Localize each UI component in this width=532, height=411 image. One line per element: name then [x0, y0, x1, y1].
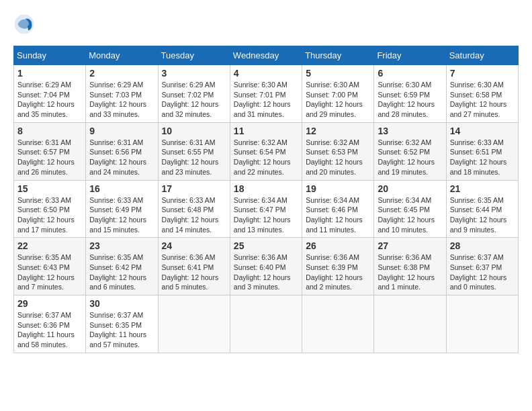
day-info: Sunrise: 6:31 AMSunset: 6:57 PMDaylight:…	[17, 138, 82, 177]
calendar-cell: 12 Sunrise: 6:32 AMSunset: 6:53 PMDaylig…	[302, 122, 374, 180]
day-number: 22	[17, 240, 82, 251]
calendar-cell: 3 Sunrise: 6:29 AMSunset: 7:02 PMDayligh…	[158, 65, 230, 123]
day-number: 29	[17, 298, 82, 309]
day-info: Sunrise: 6:30 AMSunset: 6:59 PMDaylight:…	[378, 80, 442, 120]
day-number: 6	[378, 68, 442, 79]
day-number: 4	[234, 68, 298, 79]
day-number: 15	[17, 183, 82, 194]
calendar-cell: 6 Sunrise: 6:30 AMSunset: 6:59 PMDayligh…	[374, 65, 446, 123]
day-number: 9	[89, 126, 154, 136]
calendar-cell: 16 Sunrise: 6:33 AMSunset: 6:49 PMDaylig…	[86, 180, 158, 238]
day-number: 2	[89, 68, 154, 79]
calendar-cell: 17 Sunrise: 6:33 AMSunset: 6:48 PMDaylig…	[158, 180, 230, 238]
weekday-header-wednesday: Wednesday	[230, 46, 302, 65]
page-header	[13, 13, 519, 35]
weekday-row: SundayMondayTuesdayWednesdayThursdayFrid…	[14, 46, 519, 65]
day-info: Sunrise: 6:35 AMSunset: 6:44 PMDaylight:…	[450, 195, 515, 235]
day-info: Sunrise: 6:33 AMSunset: 6:50 PMDaylight:…	[17, 195, 82, 235]
day-number: 27	[378, 240, 442, 251]
calendar-cell: 27 Sunrise: 6:36 AMSunset: 6:38 PMDaylig…	[374, 238, 446, 295]
weekday-header-monday: Monday	[86, 46, 158, 65]
day-number: 14	[450, 126, 515, 136]
day-info: Sunrise: 6:32 AMSunset: 6:54 PMDaylight:…	[234, 138, 298, 177]
day-info: Sunrise: 6:36 AMSunset: 6:38 PMDaylight:…	[378, 253, 442, 292]
calendar-week-5: 29 Sunrise: 6:37 AMSunset: 6:36 PMDaylig…	[14, 295, 519, 353]
day-info: Sunrise: 6:35 AMSunset: 6:42 PMDaylight:…	[89, 253, 154, 292]
day-info: Sunrise: 6:37 AMSunset: 6:36 PMDaylight:…	[17, 310, 82, 350]
calendar-cell: 29 Sunrise: 6:37 AMSunset: 6:36 PMDaylig…	[14, 295, 86, 353]
calendar-cell: 14 Sunrise: 6:33 AMSunset: 6:51 PMDaylig…	[446, 122, 518, 180]
day-info: Sunrise: 6:36 AMSunset: 6:41 PMDaylight:…	[162, 253, 226, 292]
day-number: 13	[378, 126, 442, 136]
calendar-cell: 30 Sunrise: 6:37 AMSunset: 6:35 PMDaylig…	[86, 295, 158, 353]
day-info: Sunrise: 6:32 AMSunset: 6:53 PMDaylight:…	[306, 138, 370, 177]
calendar-cell: 8 Sunrise: 6:31 AMSunset: 6:57 PMDayligh…	[14, 122, 86, 180]
calendar-week-3: 15 Sunrise: 6:33 AMSunset: 6:50 PMDaylig…	[14, 180, 519, 238]
weekday-header-friday: Friday	[374, 46, 446, 65]
weekday-header-thursday: Thursday	[302, 46, 374, 65]
calendar-cell: 13 Sunrise: 6:32 AMSunset: 6:52 PMDaylig…	[374, 122, 446, 180]
day-number: 11	[234, 126, 298, 136]
day-info: Sunrise: 6:35 AMSunset: 6:43 PMDaylight:…	[17, 253, 82, 292]
calendar-cell: 10 Sunrise: 6:31 AMSunset: 6:55 PMDaylig…	[158, 122, 230, 180]
day-info: Sunrise: 6:29 AMSunset: 7:04 PMDaylight:…	[17, 80, 82, 120]
day-number: 23	[89, 240, 154, 251]
day-number: 1	[17, 68, 82, 79]
calendar-cell	[230, 295, 302, 353]
day-info: Sunrise: 6:34 AMSunset: 6:46 PMDaylight:…	[306, 195, 370, 235]
weekday-header-saturday: Saturday	[446, 46, 518, 65]
calendar-body: 1 Sunrise: 6:29 AMSunset: 7:04 PMDayligh…	[14, 65, 519, 353]
day-info: Sunrise: 6:34 AMSunset: 6:47 PMDaylight:…	[234, 195, 298, 235]
calendar-cell: 23 Sunrise: 6:35 AMSunset: 6:42 PMDaylig…	[86, 238, 158, 295]
day-number: 7	[450, 68, 515, 79]
calendar-cell: 19 Sunrise: 6:34 AMSunset: 6:46 PMDaylig…	[302, 180, 374, 238]
day-info: Sunrise: 6:36 AMSunset: 6:39 PMDaylight:…	[306, 253, 370, 292]
day-number: 21	[450, 183, 515, 194]
day-number: 20	[378, 183, 442, 194]
calendar-cell: 28 Sunrise: 6:37 AMSunset: 6:37 PMDaylig…	[446, 238, 518, 295]
day-number: 28	[450, 240, 515, 251]
day-number: 24	[162, 240, 226, 251]
day-info: Sunrise: 6:30 AMSunset: 7:01 PMDaylight:…	[234, 80, 298, 120]
calendar-cell	[446, 295, 518, 353]
day-info: Sunrise: 6:37 AMSunset: 6:37 PMDaylight:…	[450, 253, 515, 292]
day-info: Sunrise: 6:34 AMSunset: 6:45 PMDaylight:…	[378, 195, 442, 235]
day-number: 17	[162, 183, 226, 194]
day-number: 3	[162, 68, 226, 79]
logo	[13, 13, 38, 35]
calendar-cell: 11 Sunrise: 6:32 AMSunset: 6:54 PMDaylig…	[230, 122, 302, 180]
logo-icon	[13, 13, 35, 35]
calendar-cell: 26 Sunrise: 6:36 AMSunset: 6:39 PMDaylig…	[302, 238, 374, 295]
calendar-cell: 20 Sunrise: 6:34 AMSunset: 6:45 PMDaylig…	[374, 180, 446, 238]
calendar-cell: 21 Sunrise: 6:35 AMSunset: 6:44 PMDaylig…	[446, 180, 518, 238]
day-number: 16	[89, 183, 154, 194]
day-number: 30	[89, 298, 154, 309]
day-info: Sunrise: 6:32 AMSunset: 6:52 PMDaylight:…	[378, 138, 442, 177]
day-info: Sunrise: 6:31 AMSunset: 6:56 PMDaylight:…	[89, 138, 154, 177]
day-info: Sunrise: 6:30 AMSunset: 7:00 PMDaylight:…	[306, 80, 370, 120]
day-info: Sunrise: 6:36 AMSunset: 6:40 PMDaylight:…	[234, 253, 298, 292]
weekday-header-sunday: Sunday	[14, 46, 86, 65]
day-info: Sunrise: 6:33 AMSunset: 6:51 PMDaylight:…	[450, 138, 515, 177]
day-number: 12	[306, 126, 370, 136]
calendar-cell: 15 Sunrise: 6:33 AMSunset: 6:50 PMDaylig…	[14, 180, 86, 238]
day-number: 5	[306, 68, 370, 79]
calendar-cell	[374, 295, 446, 353]
calendar-cell: 18 Sunrise: 6:34 AMSunset: 6:47 PMDaylig…	[230, 180, 302, 238]
calendar-week-4: 22 Sunrise: 6:35 AMSunset: 6:43 PMDaylig…	[14, 238, 519, 295]
calendar-cell: 7 Sunrise: 6:30 AMSunset: 6:58 PMDayligh…	[446, 65, 518, 123]
day-number: 18	[234, 183, 298, 194]
day-number: 25	[234, 240, 298, 251]
calendar-cell: 1 Sunrise: 6:29 AMSunset: 7:04 PMDayligh…	[14, 65, 86, 123]
day-info: Sunrise: 6:31 AMSunset: 6:55 PMDaylight:…	[162, 138, 226, 177]
day-info: Sunrise: 6:33 AMSunset: 6:49 PMDaylight:…	[89, 195, 154, 235]
day-info: Sunrise: 6:29 AMSunset: 7:02 PMDaylight:…	[162, 80, 226, 120]
calendar-cell: 25 Sunrise: 6:36 AMSunset: 6:40 PMDaylig…	[230, 238, 302, 295]
calendar-cell: 5 Sunrise: 6:30 AMSunset: 7:00 PMDayligh…	[302, 65, 374, 123]
day-number: 26	[306, 240, 370, 251]
calendar-table: SundayMondayTuesdayWednesdayThursdayFrid…	[13, 46, 519, 353]
calendar-header: SundayMondayTuesdayWednesdayThursdayFrid…	[14, 46, 519, 65]
calendar-week-2: 8 Sunrise: 6:31 AMSunset: 6:57 PMDayligh…	[14, 122, 519, 180]
calendar-week-1: 1 Sunrise: 6:29 AMSunset: 7:04 PMDayligh…	[14, 65, 519, 123]
calendar-cell	[302, 295, 374, 353]
